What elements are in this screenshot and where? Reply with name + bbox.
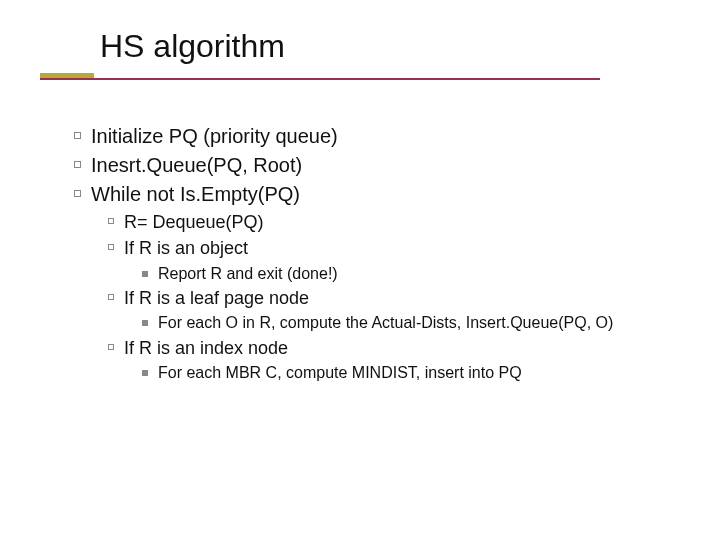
line-lvl3: For each O in R, compute the Actual-Dist… bbox=[142, 312, 680, 334]
line-lvl2: If R is an object bbox=[108, 236, 680, 260]
square-bullet-icon bbox=[108, 218, 114, 224]
line-lvl3: Report R and exit (done!) bbox=[142, 263, 680, 285]
slide-title: HS algorithm bbox=[100, 28, 680, 65]
line-text: While not Is.Empty(PQ) bbox=[91, 181, 300, 208]
dot-bullet-icon bbox=[142, 320, 148, 326]
square-bullet-icon bbox=[74, 132, 81, 139]
line-text: Report R and exit (done!) bbox=[158, 263, 338, 285]
line-lvl1: Initialize PQ (priority queue) bbox=[74, 123, 680, 150]
slide: HS algorithm Initialize PQ (priority que… bbox=[0, 0, 720, 426]
line-lvl1: While not Is.Empty(PQ) bbox=[74, 181, 680, 208]
content-body: Initialize PQ (priority queue) Inesrt.Qu… bbox=[74, 123, 680, 384]
line-text: If R is an index node bbox=[124, 336, 288, 360]
title-underline bbox=[40, 73, 680, 85]
line-text: If R is an object bbox=[124, 236, 248, 260]
square-bullet-icon bbox=[108, 344, 114, 350]
line-lvl2: If R is a leaf page node bbox=[108, 286, 680, 310]
line-text: Inesrt.Queue(PQ, Root) bbox=[91, 152, 302, 179]
square-bullet-icon bbox=[108, 294, 114, 300]
line-text: R= Dequeue(PQ) bbox=[124, 210, 264, 234]
line-text: If R is a leaf page node bbox=[124, 286, 309, 310]
accent-line bbox=[40, 78, 600, 80]
square-bullet-icon bbox=[108, 244, 114, 250]
line-text: Initialize PQ (priority queue) bbox=[91, 123, 338, 150]
line-text: For each O in R, compute the Actual-Dist… bbox=[158, 312, 613, 334]
square-bullet-icon bbox=[74, 190, 81, 197]
line-lvl1: Inesrt.Queue(PQ, Root) bbox=[74, 152, 680, 179]
dot-bullet-icon bbox=[142, 271, 148, 277]
line-lvl2: If R is an index node bbox=[108, 336, 680, 360]
square-bullet-icon bbox=[74, 161, 81, 168]
line-text: For each MBR C, compute MINDIST, insert … bbox=[158, 362, 522, 384]
line-lvl3: For each MBR C, compute MINDIST, insert … bbox=[142, 362, 680, 384]
line-lvl2: R= Dequeue(PQ) bbox=[108, 210, 680, 234]
dot-bullet-icon bbox=[142, 370, 148, 376]
